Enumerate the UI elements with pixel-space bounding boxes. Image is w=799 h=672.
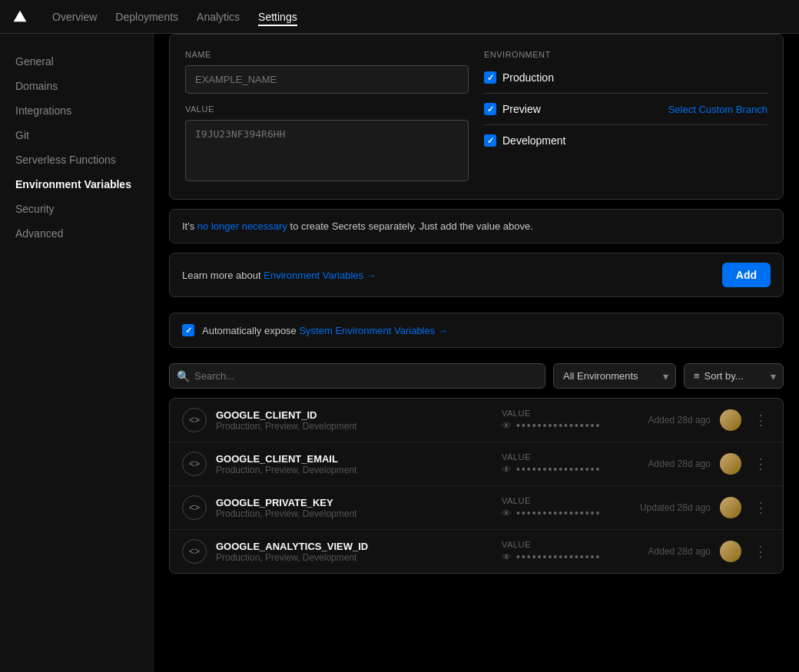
var-name: GOOGLE_CLIENT_EMAIL — [216, 453, 492, 465]
var-name: GOOGLE_PRIVATE_KEY — [216, 497, 492, 508]
auto-expose-checkbox[interactable] — [182, 324, 194, 336]
sidebar-item-domains[interactable]: Domains — [0, 74, 153, 98]
env-label: ENVIRONMENT — [484, 50, 768, 59]
preview-checkbox-group: Preview — [484, 103, 541, 115]
info-text-before: It's — [182, 220, 197, 232]
add-button[interactable]: Add — [722, 263, 771, 287]
var-name: GOOGLE_CLIENT_ID — [216, 409, 492, 421]
value-label: VALUE — [185, 104, 469, 114]
table-row: <> GOOGLE_PRIVATE_KEY Production, Previe… — [170, 486, 783, 530]
var-masked-value: •••••••••••••••• — [516, 507, 601, 519]
development-checkbox-group: Development — [484, 134, 566, 147]
env-var-form: NAME VALUE ENVIRONMENT Production — [169, 34, 784, 200]
search-input[interactable] — [169, 363, 545, 389]
info-banner: It's no longer necessary to create Secre… — [169, 209, 784, 243]
table-row: <> GOOGLE_CLIENT_EMAIL Production, Previ… — [170, 442, 783, 486]
avatar — [720, 409, 741, 431]
var-masked-value: •••••••••••••••• — [516, 463, 601, 475]
name-label: NAME — [185, 50, 469, 59]
filter-row: 🔍 All Environments ≡ Sort by... — [169, 363, 784, 389]
var-info: GOOGLE_PRIVATE_KEY Production, Preview, … — [216, 497, 492, 519]
var-envs: Production, Preview, Development — [216, 508, 492, 519]
select-custom-branch-link[interactable]: Select Custom Branch — [668, 104, 768, 115]
var-code-icon: <> — [182, 408, 207, 432]
var-meta: Updated 28d ago — [618, 502, 711, 513]
system-env-vars-link[interactable]: System Environment Variables → — [299, 325, 447, 336]
auto-expose-before: Automatically expose — [202, 325, 299, 336]
production-row: Production — [484, 71, 768, 84]
sidebar: General Domains Integrations Git Serverl… — [0, 34, 154, 672]
preview-row: Preview Select Custom Branch — [484, 103, 768, 115]
value-textarea[interactable] — [185, 120, 469, 181]
sort-button[interactable]: ≡ Sort by... — [684, 363, 784, 389]
var-name: GOOGLE_ANALYTICS_VIEW_ID — [216, 541, 492, 552]
var-value-row: 👁 •••••••••••••••• — [502, 463, 609, 475]
table-row: <> GOOGLE_CLIENT_ID Production, Preview,… — [170, 399, 783, 442]
var-menu-button[interactable]: ⋮ — [751, 543, 771, 560]
info-text-after: to create Secrets separately. Just add t… — [287, 220, 533, 232]
sidebar-item-git[interactable]: Git — [0, 123, 153, 147]
var-value-label: VALUE — [502, 409, 609, 418]
eye-icon[interactable]: 👁 — [502, 551, 512, 563]
var-value-row: 👁 •••••••••••••••• — [502, 551, 609, 563]
var-value-row: 👁 •••••••••••••••• — [502, 507, 609, 519]
sidebar-item-advanced[interactable]: Advanced — [0, 221, 153, 246]
preview-label: Preview — [502, 103, 541, 115]
var-envs: Production, Preview, Development — [216, 465, 492, 475]
preview-checkbox[interactable] — [484, 103, 496, 115]
nav-overview[interactable]: Overview — [52, 8, 97, 26]
var-value-block: VALUE 👁 •••••••••••••••• — [502, 409, 609, 432]
topnav: Overview Deployments Analytics Settings — [0, 0, 799, 34]
name-value-col: NAME VALUE — [185, 50, 469, 184]
var-value-block: VALUE 👁 •••••••••••••••• — [502, 540, 609, 563]
env-divider-2 — [484, 124, 768, 125]
env-vars-link[interactable]: Environment Variables → — [264, 270, 376, 281]
form-grid: NAME VALUE ENVIRONMENT Production — [185, 50, 768, 184]
development-checkbox[interactable] — [484, 134, 496, 147]
var-value-label: VALUE — [502, 496, 609, 505]
var-value-row: 👁 •••••••••••••••• — [502, 419, 609, 432]
var-value-block: VALUE 👁 •••••••••••••••• — [502, 496, 609, 519]
production-checkbox[interactable] — [484, 71, 496, 84]
var-meta: Added 28d ago — [618, 415, 711, 425]
production-label: Production — [502, 71, 554, 84]
name-input[interactable] — [185, 65, 469, 94]
var-meta: Added 28d ago — [618, 458, 711, 469]
var-code-icon: <> — [182, 452, 207, 476]
avatar — [720, 497, 741, 518]
layout: General Domains Integrations Git Serverl… — [0, 34, 799, 672]
search-wrap: 🔍 — [169, 363, 545, 389]
sidebar-item-env-vars[interactable]: Environment Variables — [0, 172, 153, 197]
sidebar-item-security[interactable]: Security — [0, 197, 153, 221]
info-link[interactable]: no longer necessary — [197, 220, 287, 232]
learn-more-text: Learn more about Environment Variables → — [182, 270, 376, 281]
sidebar-item-serverless[interactable]: Serverless Functions — [0, 147, 153, 172]
environment-col: ENVIRONMENT Production Preview Sel — [484, 50, 768, 184]
nav-deployments[interactable]: Deployments — [115, 8, 178, 26]
avatar — [720, 453, 741, 475]
var-info: GOOGLE_ANALYTICS_VIEW_ID Production, Pre… — [216, 541, 492, 563]
var-menu-button[interactable]: ⋮ — [751, 412, 771, 429]
eye-icon[interactable]: 👁 — [502, 464, 512, 475]
var-menu-button[interactable]: ⋮ — [751, 455, 771, 472]
var-meta: Added 28d ago — [618, 546, 711, 557]
development-label: Development — [502, 134, 566, 147]
sidebar-item-integrations[interactable]: Integrations — [0, 98, 153, 123]
var-menu-button[interactable]: ⋮ — [751, 499, 771, 516]
var-envs: Production, Preview, Development — [216, 552, 492, 563]
auto-expose-row: Automatically expose System Environment … — [169, 313, 784, 348]
sort-label: Sort by... — [705, 370, 744, 382]
var-code-icon: <> — [182, 495, 207, 520]
env-divider-1 — [484, 93, 768, 94]
nav-analytics[interactable]: Analytics — [197, 8, 240, 26]
development-row: Development — [484, 134, 768, 147]
main-content: NAME VALUE ENVIRONMENT Production — [154, 34, 799, 672]
eye-icon[interactable]: 👁 — [502, 420, 512, 432]
env-filter-select[interactable]: All Environments — [553, 363, 676, 389]
var-envs: Production, Preview, Development — [216, 421, 492, 432]
eye-icon[interactable]: 👁 — [502, 508, 512, 519]
var-value-label: VALUE — [502, 452, 609, 462]
nav-settings[interactable]: Settings — [258, 8, 297, 26]
sidebar-item-general[interactable]: General — [0, 49, 153, 74]
action-row: Learn more about Environment Variables →… — [169, 253, 784, 297]
